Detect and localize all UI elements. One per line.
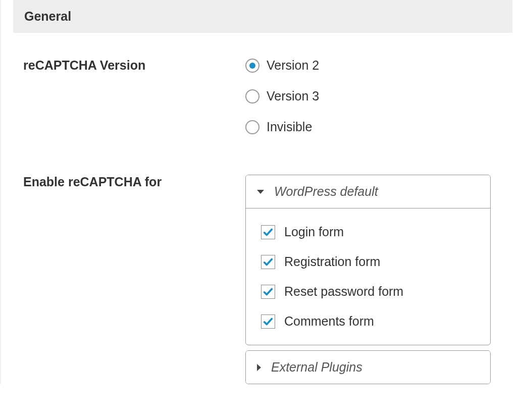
accordion-header-external-plugins[interactable]: External Plugins — [246, 351, 490, 384]
accordion-wordpress-default: WordPress default Login form — [245, 175, 491, 345]
radio-option-version-2[interactable]: Version 2 — [245, 58, 512, 73]
section-header: General — [13, 0, 512, 33]
checkbox-icon — [261, 285, 275, 299]
radio-option-invisible[interactable]: Invisible — [245, 120, 512, 134]
accordion-header-wordpress-default[interactable]: WordPress default — [246, 175, 490, 208]
radio-icon — [245, 120, 259, 134]
chevron-down-icon — [257, 190, 264, 194]
checkbox-reset-password-form[interactable]: Reset password form — [261, 284, 475, 299]
radio-label: Version 3 — [267, 89, 319, 103]
radio-group-version: Version 2 Version 3 Invisible — [245, 58, 512, 134]
checkbox-login-form[interactable]: Login form — [261, 225, 475, 239]
checkbox-icon — [261, 255, 275, 269]
checkbox-label: Comments form — [284, 314, 374, 329]
checkbox-icon — [261, 225, 275, 239]
checkbox-comments-form[interactable]: Comments form — [261, 314, 475, 329]
checkbox-label: Registration form — [284, 254, 380, 269]
accordion-title: WordPress default — [274, 184, 378, 199]
accordion-body-wordpress-default: Login form Registration form — [246, 208, 490, 345]
radio-icon — [245, 59, 259, 73]
checkbox-icon — [261, 314, 275, 329]
checkbox-label: Login form — [284, 225, 344, 239]
radio-label: Version 2 — [267, 58, 319, 73]
checkbox-registration-form[interactable]: Registration form — [261, 254, 475, 269]
accordion-external-plugins: External Plugins — [245, 350, 491, 384]
radio-label: Invisible — [267, 120, 312, 134]
radio-option-version-3[interactable]: Version 3 — [245, 89, 512, 103]
row-enable-recaptcha-for: Enable reCAPTCHA for WordPress default L… — [6, 175, 512, 384]
label-recaptcha-version: reCAPTCHA Version — [23, 58, 245, 73]
accordion-title: External Plugins — [271, 360, 362, 375]
radio-icon — [245, 89, 259, 103]
chevron-right-icon — [257, 364, 261, 371]
label-enable-recaptcha-for: Enable reCAPTCHA for — [23, 175, 245, 189]
section-title: General — [24, 9, 501, 24]
row-recaptcha-version: reCAPTCHA Version Version 2 Version 3 In… — [6, 58, 512, 134]
checkbox-label: Reset password form — [284, 284, 403, 299]
